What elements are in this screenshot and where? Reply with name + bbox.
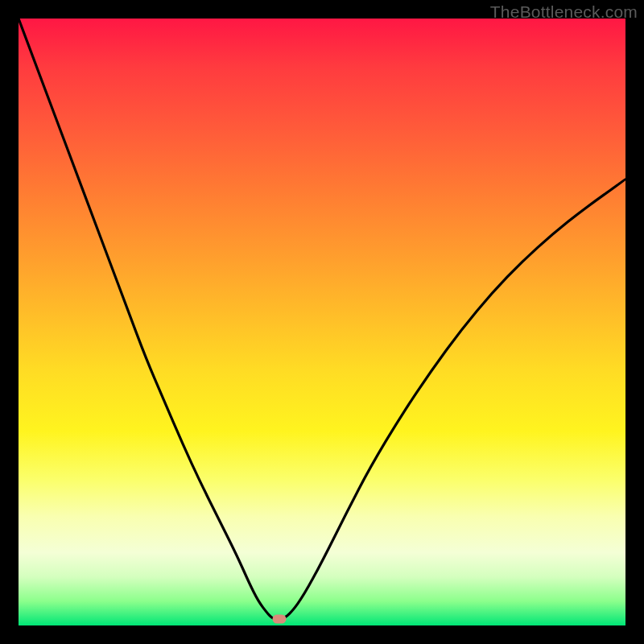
chart-frame: TheBottleneck.com bbox=[0, 0, 644, 644]
bottleneck-curve bbox=[19, 19, 625, 625]
optimum-marker bbox=[273, 615, 287, 624]
watermark-text: TheBottleneck.com bbox=[490, 2, 638, 22]
